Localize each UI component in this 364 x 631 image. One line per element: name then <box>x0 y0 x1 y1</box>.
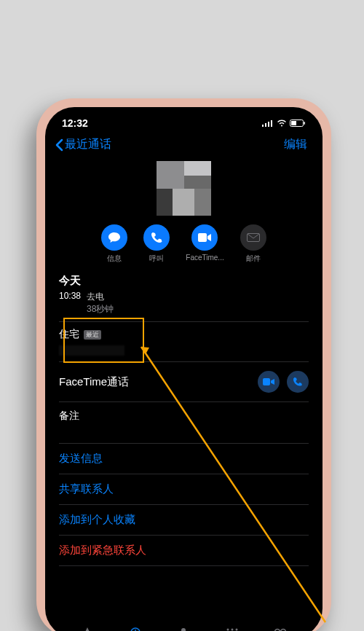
svg-point-12 <box>226 629 229 631</box>
message-action[interactable]: 信息 <box>101 224 127 264</box>
recents-tab-icon[interactable] <box>128 627 143 631</box>
facetime-action[interactable]: FaceTime... <box>186 224 223 264</box>
call-action[interactable]: 呼叫 <box>143 224 170 264</box>
recent-tag: 最近 <box>84 330 101 340</box>
notch <box>122 111 246 128</box>
contacts-tab-icon[interactable] <box>176 627 191 631</box>
call-log-section: 今天 10:38 去电 38秒钟 <box>59 268 309 322</box>
facetime-video-button[interactable] <box>258 371 280 393</box>
share-contact-link[interactable]: 共享联系人 <box>59 474 309 505</box>
home-number-section[interactable]: 住宅 最近 <box>59 322 309 362</box>
mail-label: 邮件 <box>246 254 261 264</box>
edit-button[interactable]: 编辑 <box>284 137 313 152</box>
status-time: 12:32 <box>62 117 88 129</box>
svg-rect-5 <box>291 121 296 125</box>
facetime-label: FaceTime... <box>186 254 223 262</box>
svg-point-11 <box>181 628 186 631</box>
keypad-tab-icon[interactable] <box>225 627 240 631</box>
phone-number-redacted <box>59 345 124 356</box>
svg-rect-9 <box>263 378 270 385</box>
mail-icon <box>240 224 266 251</box>
message-icon <box>101 224 127 251</box>
home-label: 住宅 <box>59 328 79 341</box>
call-label: 呼叫 <box>149 254 164 264</box>
call-log-time: 10:38 <box>59 291 81 316</box>
phone-bezel: 12:32 <box>45 107 323 631</box>
phone-frame: 12:32 <box>36 98 331 631</box>
call-log-duration: 38秒钟 <box>87 303 114 316</box>
call-log-direction: 去电 <box>87 291 114 303</box>
message-label: 信息 <box>107 254 122 264</box>
contact-avatar <box>157 161 211 216</box>
add-favorite-link[interactable]: 添加到个人收藏 <box>59 505 309 536</box>
svg-rect-7 <box>198 233 207 242</box>
contact-actions: 信息 呼叫 FaceTime... <box>49 222 319 268</box>
add-emergency-link[interactable]: 添加到紧急联系人 <box>59 536 309 566</box>
phone-icon <box>143 224 170 251</box>
facetime-audio-button[interactable] <box>287 371 309 393</box>
phone-icon <box>293 377 303 387</box>
favorites-tab-icon[interactable] <box>80 627 95 631</box>
battery-icon <box>290 119 306 127</box>
svg-rect-6 <box>304 122 306 125</box>
tab-bar <box>49 627 319 631</box>
call-log-day: 今天 <box>59 274 309 288</box>
screen: 12:32 <box>49 111 319 631</box>
svg-rect-0 <box>262 125 264 127</box>
svg-point-13 <box>231 629 233 631</box>
back-button[interactable]: 最近通话 <box>55 137 111 152</box>
svg-rect-3 <box>271 120 272 127</box>
svg-point-14 <box>235 629 237 631</box>
svg-rect-2 <box>268 122 269 127</box>
back-label: 最近通话 <box>65 137 111 152</box>
send-message-link[interactable]: 发送信息 <box>59 444 309 474</box>
notes-section[interactable]: 备注 <box>59 402 309 444</box>
nav-bar: 最近通话 编辑 <box>49 134 319 157</box>
voicemail-tab-icon[interactable] <box>273 627 288 631</box>
mail-action[interactable]: 邮件 <box>240 224 266 264</box>
facetime-row: FaceTime通话 <box>59 362 309 402</box>
signal-icon <box>262 119 274 127</box>
facetime-row-label: FaceTime通话 <box>59 375 129 389</box>
video-icon <box>191 224 218 251</box>
chevron-left-icon <box>55 138 63 152</box>
video-icon <box>263 378 274 385</box>
notes-label: 备注 <box>59 409 79 421</box>
wifi-icon <box>277 119 287 127</box>
svg-rect-1 <box>265 123 266 127</box>
